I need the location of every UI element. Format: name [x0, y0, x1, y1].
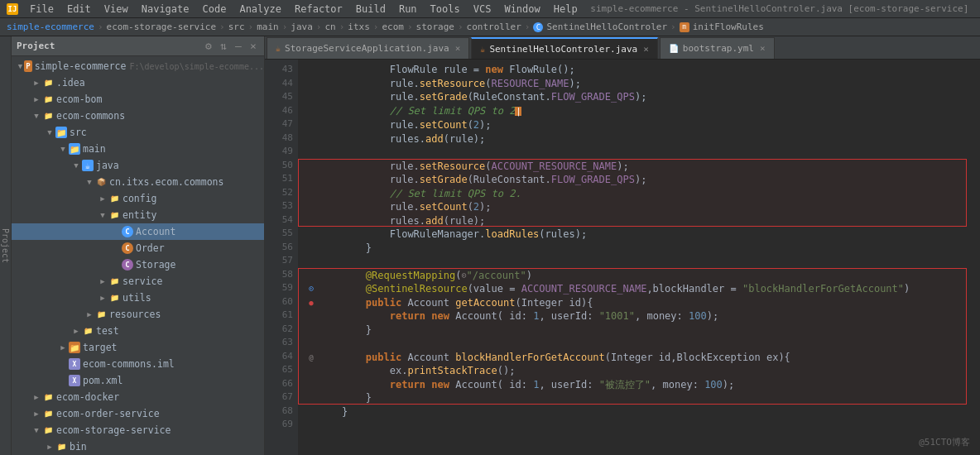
panel-expand-btn[interactable]: ⇅: [218, 41, 229, 52]
tree-toggle[interactable]: ▶: [84, 309, 94, 319]
tree-toggle[interactable]: ▼: [84, 177, 94, 187]
tree-toggle[interactable]: ▶: [71, 326, 81, 336]
tree-toggle[interactable]: ▼: [98, 210, 108, 220]
tree-toggle[interactable]: ▼: [31, 111, 41, 121]
app-icon: IJ: [7, 3, 18, 15]
panel-settings-btn[interactable]: ⚙: [203, 41, 214, 52]
panel-title: Project: [17, 41, 199, 51]
tab-sentinel[interactable]: ☕ SentinelHelloControler.java ×: [471, 37, 657, 59]
tab-bootstrap[interactable]: 📄 bootstrap.yml ×: [660, 37, 775, 59]
menu-help[interactable]: Help: [549, 2, 583, 17]
folder-icon: 📁: [42, 93, 54, 105]
breadcrumb-simple-ecommerce[interactable]: simple-ecommerce: [7, 22, 94, 32]
breadcrumb-ecom-storage[interactable]: ecom-storage-service: [107, 22, 216, 32]
tree-item-iml[interactable]: X ecom-commons.iml: [12, 356, 264, 372]
code-line: @RequestMapping(⊙"/account"): [305, 269, 980, 283]
tree-toggle[interactable]: ▼: [58, 144, 68, 154]
tree-toggle[interactable]: ▶: [31, 392, 41, 402]
java-icon: ☕: [82, 160, 94, 171]
tree-item-target[interactable]: ▶ 📁 target: [12, 339, 264, 356]
side-panel-label[interactable]: Project: [0, 36, 12, 455]
breadcrumb-ecom[interactable]: ecom: [382, 22, 404, 32]
menu-tools[interactable]: Tools: [425, 2, 465, 17]
menu-analyze[interactable]: Analyze: [234, 2, 286, 17]
tree-item-ecom-docker[interactable]: ▶ 📁 ecom-docker: [12, 389, 264, 405]
tree-item-utils[interactable]: ▶ 📁 utils: [12, 290, 264, 306]
code-line: rules.add(rule);: [305, 214, 980, 228]
panel-collapse-btn[interactable]: —: [233, 41, 244, 52]
code-lines[interactable]: FlowRule rule = new FlowRule(); rule.set…: [298, 60, 980, 455]
breadcrumb-itxs[interactable]: itxs: [348, 22, 370, 32]
tree-item-simple-ecommerce[interactable]: ▼ P simple-ecommerce F:\develop\simple-e…: [12, 58, 264, 74]
tree-item-resources[interactable]: ▶ 📁 resources: [12, 306, 264, 323]
tree-item-ecom-bom[interactable]: ▶ 📁 ecom-bom: [12, 91, 264, 108]
tree-item-ecom-storage[interactable]: ▼ 📁 ecom-storage-service: [12, 422, 264, 438]
class-icon: C: [122, 242, 133, 254]
tree-toggle[interactable]: ▶: [45, 442, 55, 452]
tree-item-main1[interactable]: ▼ 📁 main: [12, 141, 264, 157]
breadcrumb-controller[interactable]: controller: [467, 22, 521, 32]
code-line: rule.setGrade(RuleConstant.FLOW_GRADE_QP…: [305, 90, 980, 104]
menu-vcs[interactable]: VCS: [468, 2, 497, 17]
tree-item-idea[interactable]: ▶ 📁 .idea: [12, 74, 264, 91]
tree-toggle[interactable]: ▶: [31, 409, 41, 419]
breadcrumb-storage[interactable]: storage: [416, 22, 454, 32]
tree-label: ecom-commons: [56, 110, 125, 122]
tree-item-java1[interactable]: ▼ ☕ java: [12, 157, 264, 174]
tree-toggle[interactable]: ▼: [45, 127, 55, 137]
tree-label-account: Account: [136, 226, 175, 237]
breadcrumb-java[interactable]: java: [291, 22, 313, 32]
breadcrumb-class[interactable]: SentinelHelloControler: [546, 22, 667, 32]
menu-window[interactable]: Window: [499, 2, 545, 17]
code-line: ● public Account getAccount(Integer id){: [305, 296, 980, 310]
code-line: [305, 419, 980, 433]
menu-run[interactable]: Run: [394, 2, 422, 17]
tree-item-test[interactable]: ▶ 📁 test: [12, 323, 264, 339]
tree-toggle[interactable]: ▼: [17, 61, 24, 71]
menu-build[interactable]: Build: [351, 2, 391, 17]
tree-item-entity[interactable]: ▼ 📁 entity: [12, 207, 264, 223]
tree-toggle[interactable]: ▼: [31, 425, 41, 435]
tree-item-service[interactable]: ▶ 📁 service: [12, 273, 264, 290]
tree-toggle[interactable]: ▶: [98, 194, 108, 204]
code-line: return new Account( id: 1, userId: "被流控了…: [305, 378, 980, 392]
menu-file[interactable]: File: [25, 2, 59, 17]
breadcrumb-main[interactable]: main: [257, 22, 279, 32]
tree-item-ecom-order[interactable]: ▶ 📁 ecom-order-service: [12, 405, 264, 422]
tree-toggle[interactable]: ▼: [71, 160, 81, 170]
menu-code[interactable]: Code: [198, 2, 232, 17]
menu-bar: IJ File Edit View Navigate Code Analyze …: [0, 0, 980, 18]
breadcrumb-src[interactable]: src: [228, 22, 245, 32]
menu-edit[interactable]: Edit: [62, 2, 96, 17]
tab-close-btn[interactable]: ×: [643, 44, 649, 55]
tab-close-btn[interactable]: ×: [455, 43, 461, 54]
tree-item-account[interactable]: C Account: [12, 223, 264, 240]
tab-close-btn[interactable]: ×: [760, 43, 766, 54]
panel-close-btn[interactable]: ×: [247, 41, 259, 52]
tree-toggle[interactable]: ▶: [31, 94, 41, 104]
code-line: @ public Account blockHandlerForGetAccou…: [305, 351, 980, 365]
menu-refactor[interactable]: Refactor: [290, 2, 348, 17]
tree-item-src1[interactable]: ▼ 📁 src: [12, 124, 264, 141]
tree-toggle[interactable]: ▶: [98, 293, 108, 303]
tab-storage-app[interactable]: ☕ StorageServiceApplication.java ×: [267, 37, 469, 59]
menu-view[interactable]: View: [99, 2, 133, 17]
tree-item-pom1[interactable]: X pom.xml: [12, 372, 264, 389]
tree-toggle[interactable]: ▶: [31, 78, 41, 88]
tree-item-package[interactable]: ▼ 📦 cn.itxs.ecom.commons: [12, 174, 264, 190]
tree-container[interactable]: ▼ P simple-ecommerce F:\develop\simple-e…: [12, 56, 264, 455]
xml-icon: X: [69, 358, 80, 370]
tree-label: bin: [70, 441, 87, 453]
tree-toggle[interactable]: ▶: [58, 342, 68, 352]
code-line: ex.printStackTrace();: [305, 364, 980, 378]
tree-item-ecom-commons[interactable]: ▼ 📁 ecom-commons: [12, 108, 264, 124]
tree-item-order[interactable]: C Order: [12, 240, 264, 256]
tree-item-storage[interactable]: C Storage: [12, 256, 264, 273]
tree-toggle[interactable]: ▶: [98, 276, 108, 286]
tree-item-bin[interactable]: ▶ 📁 bin: [12, 438, 264, 455]
menu-navigate[interactable]: Navigate: [137, 2, 195, 17]
breadcrumb-method[interactable]: initFlowRules: [693, 22, 764, 32]
breadcrumb-cn[interactable]: cn: [324, 22, 335, 32]
tree-item-config[interactable]: ▶ 📁 config: [12, 190, 264, 207]
folder-icon: 📁: [42, 408, 54, 419]
